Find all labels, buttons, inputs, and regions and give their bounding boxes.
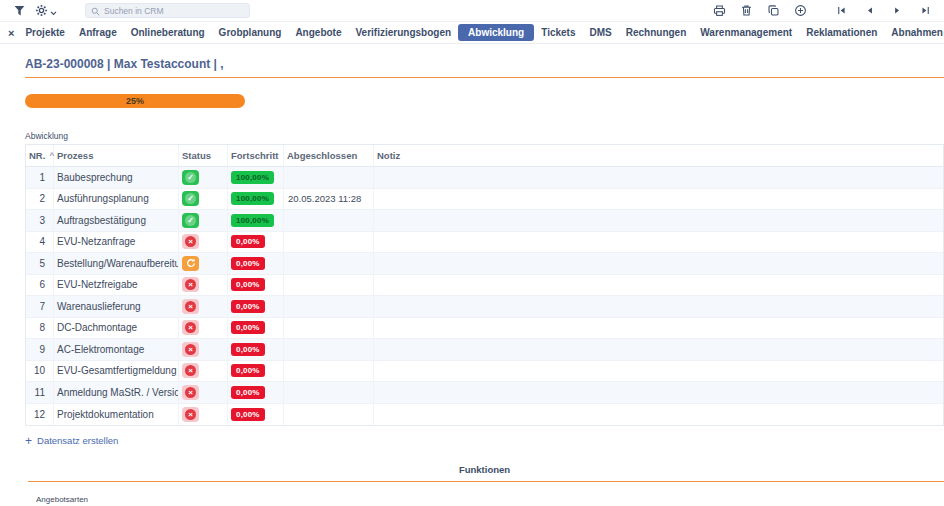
status-done-badge[interactable]: ✓: [182, 213, 199, 228]
trash-icon[interactable]: [737, 2, 755, 20]
tab-warenmanagement[interactable]: Warenmanagement: [693, 25, 799, 40]
progress-badge: 100,00%: [231, 171, 274, 184]
record-title: AB-23-000008 | Max Testaccount | ,: [25, 57, 944, 71]
table-row[interactable]: 4EVU-Netzanfrage×0,00%: [26, 232, 943, 254]
table-row[interactable]: 5Bestellung/Warenaufbereitung0,00%: [26, 253, 943, 275]
close-icon[interactable]: ×: [4, 27, 18, 39]
cell-status: ×: [179, 404, 228, 426]
functions-divider: [28, 481, 944, 482]
column-header-prozess[interactable]: Prozess: [54, 145, 179, 166]
cell-status: ✓: [179, 189, 228, 210]
status-open-badge[interactable]: ×: [182, 234, 199, 249]
cell-fortschritt: 0,00%: [228, 318, 284, 339]
next-page-icon[interactable]: [888, 2, 906, 20]
settings-menu[interactable]: [32, 2, 57, 20]
status-open-badge[interactable]: ×: [182, 385, 199, 400]
tab-onlineberatung[interactable]: Onlineberatung: [124, 25, 212, 40]
add-record-button[interactable]: + Datensatz erstellen: [25, 435, 118, 446]
tab-tickets[interactable]: Tickets: [534, 25, 582, 40]
tab-abwicklung[interactable]: Abwicklung: [458, 24, 534, 41]
cell-prozess: AC-Elektromontage: [54, 339, 179, 360]
tab-angebote[interactable]: Angebote: [288, 25, 348, 40]
progress-badge: 0,00%: [231, 300, 265, 313]
status-in-progress-badge[interactable]: [182, 256, 199, 271]
tab-dms[interactable]: DMS: [583, 25, 619, 40]
table-row[interactable]: 11Anmeldung MaStR. / Versicherung×0,00%: [26, 382, 943, 404]
status-open-badge[interactable]: ×: [182, 299, 199, 314]
column-header-notiz[interactable]: Notiz: [374, 145, 943, 166]
plus-circle-icon[interactable]: [791, 2, 809, 20]
table-row[interactable]: 12Projektdokumentation×0,00%: [26, 404, 943, 426]
table-header-row: NR.^ProzessStatusFortschrittAbgeschlosse…: [26, 145, 943, 167]
status-done-badge[interactable]: ✓: [182, 191, 199, 206]
progress-badge: 0,00%: [231, 321, 265, 334]
table-row[interactable]: 2Ausführungsplanung✓100,00%20.05.2023 11…: [26, 189, 943, 211]
plus-icon: +: [25, 436, 32, 446]
check-icon: ✓: [185, 215, 196, 226]
cell-nr: 8: [26, 318, 54, 339]
status-done-badge[interactable]: ✓: [182, 170, 199, 185]
prev-page-icon[interactable]: [860, 2, 878, 20]
cell-abgeschlossen: 20.05.2023 11:28: [284, 189, 374, 210]
status-open-badge[interactable]: ×: [182, 407, 199, 422]
tab-rechnungen[interactable]: Rechnungen: [619, 25, 694, 40]
status-open-badge[interactable]: ×: [182, 277, 199, 292]
tab-anfrage[interactable]: Anfrage: [72, 25, 124, 40]
gear-icon[interactable]: [32, 2, 50, 20]
column-header-fortschritt[interactable]: Fortschritt: [228, 145, 284, 166]
column-header-nr-[interactable]: NR.^: [26, 145, 54, 166]
progress-badge: 0,00%: [231, 257, 265, 270]
crm-search[interactable]: [85, 3, 250, 18]
main-content: AB-23-000008 | Max Testaccount | , 25% A…: [0, 57, 944, 506]
table-row[interactable]: 10EVU-Gesamtfertigmeldung×0,00%: [26, 361, 943, 383]
progress-badge: 100,00%: [231, 214, 274, 227]
cell-fortschritt: 0,00%: [228, 361, 284, 382]
progress-fill: 25%: [25, 94, 245, 108]
last-page-icon[interactable]: [916, 2, 934, 20]
x-circle-icon: ×: [185, 344, 196, 355]
copy-icon[interactable]: [764, 2, 782, 20]
cell-fortschritt: 100,00%: [228, 167, 284, 188]
printer-icon[interactable]: [710, 2, 728, 20]
column-header-status[interactable]: Status: [179, 145, 228, 166]
filter-icon[interactable]: [10, 2, 28, 20]
cell-notiz: [374, 404, 943, 426]
tab-verifizierungsbogen[interactable]: Verifizierungsbogen: [349, 25, 459, 40]
table-row[interactable]: 6EVU-Netzfreigabe×0,00%: [26, 275, 943, 297]
cell-notiz: [374, 318, 943, 339]
x-circle-icon: ×: [185, 322, 196, 333]
search-input[interactable]: [104, 6, 244, 16]
cell-nr: 6: [26, 275, 54, 296]
status-open-badge[interactable]: ×: [182, 342, 199, 357]
column-header-label: NR.: [29, 150, 45, 161]
table-row[interactable]: 3Auftragsbestätigung✓100,00%: [26, 210, 943, 232]
chevron-down-icon: [50, 2, 57, 20]
check-icon: ✓: [185, 172, 196, 183]
angebotsarten-label: Angebotsarten: [18, 495, 944, 504]
record-pager: [832, 2, 934, 20]
tab-reklamationen[interactable]: Reklamationen: [799, 25, 884, 40]
top-toolbar: [0, 0, 944, 22]
column-header-abgeschlossen[interactable]: Abgeschlossen: [284, 145, 374, 166]
sync-icon: [185, 258, 196, 269]
progress-badge: 0,00%: [231, 408, 265, 421]
progress-badge: 0,00%: [231, 235, 265, 248]
tab-abnahmen[interactable]: Abnahmen: [884, 25, 944, 40]
cell-status: ×: [179, 361, 228, 382]
tab-projekte[interactable]: Projekte: [18, 25, 71, 40]
tab-grobplanung[interactable]: Grobplanung: [212, 25, 289, 40]
table-row[interactable]: 8DC-Dachmontage×0,00%: [26, 318, 943, 340]
first-page-icon[interactable]: [832, 2, 850, 20]
table-row[interactable]: 9AC-Elektromontage×0,00%: [26, 339, 943, 361]
column-header-label: Status: [182, 150, 211, 161]
table-row[interactable]: 1Baubesprechung✓100,00%: [26, 167, 943, 189]
cell-prozess: Baubesprechung: [54, 167, 179, 188]
status-open-badge[interactable]: ×: [182, 363, 199, 378]
table-row[interactable]: 7Warenauslieferung×0,00%: [26, 296, 943, 318]
cell-nr: 5: [26, 253, 54, 274]
cell-notiz: [374, 275, 943, 296]
status-open-badge[interactable]: ×: [182, 320, 199, 335]
cell-nr: 12: [26, 404, 54, 426]
process-table: NR.^ProzessStatusFortschrittAbgeschlosse…: [25, 144, 944, 426]
cell-prozess: Bestellung/Warenaufbereitung: [54, 253, 179, 274]
